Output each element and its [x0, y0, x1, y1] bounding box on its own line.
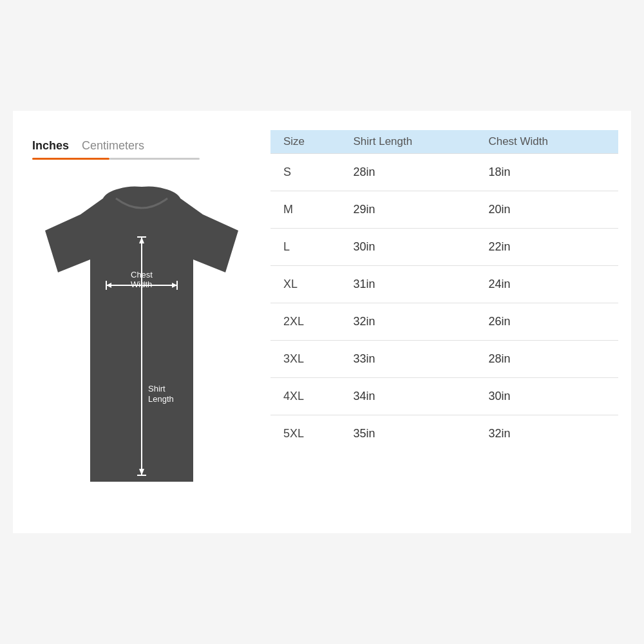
size-guide-container: Inches Centimeters: [13, 111, 631, 533]
cell-chest-width: 26in: [482, 303, 618, 341]
table-row: 4XL34in30in: [270, 378, 618, 415]
unit-tabs: Inches Centimeters: [32, 137, 200, 160]
right-panel: Size Shirt Length Chest Width S28in18inM…: [264, 130, 618, 452]
cell-size: 5XL: [270, 415, 347, 453]
cell-size: 4XL: [270, 378, 347, 415]
tab-inches[interactable]: Inches: [32, 137, 75, 155]
table-row: M29in20in: [270, 191, 618, 229]
cell-shirt-length: 29in: [347, 191, 482, 229]
cell-shirt-length: 31in: [347, 266, 482, 303]
cell-size: 2XL: [270, 303, 347, 341]
cell-chest-width: 28in: [482, 341, 618, 378]
svg-text:Length: Length: [148, 394, 174, 404]
cell-shirt-length: 32in: [347, 303, 482, 341]
cell-shirt-length: 35in: [347, 415, 482, 453]
svg-text:Shirt: Shirt: [148, 384, 166, 393]
col-header-chest-width: Chest Width: [482, 130, 618, 154]
table-row: 3XL33in28in: [270, 341, 618, 378]
table-row: L30in22in: [270, 229, 618, 266]
table-row: S28in18in: [270, 154, 618, 191]
size-table: Size Shirt Length Chest Width S28in18inM…: [270, 130, 618, 452]
cell-size: L: [270, 229, 347, 266]
table-row: XL31in24in: [270, 266, 618, 303]
cell-shirt-length: 33in: [347, 341, 482, 378]
table-body: S28in18inM29in20inL30in22inXL31in24in2XL…: [270, 154, 618, 453]
cell-chest-width: 30in: [482, 378, 618, 415]
cell-shirt-length: 34in: [347, 378, 482, 415]
cell-shirt-length: 28in: [347, 154, 482, 191]
left-panel: Inches Centimeters: [19, 130, 264, 514]
cell-chest-width: 20in: [482, 191, 618, 229]
col-header-size: Size: [270, 130, 347, 154]
tab-centimeters[interactable]: Centimeters: [75, 137, 151, 155]
col-header-shirt-length: Shirt Length: [347, 130, 482, 154]
tab-inactive-underline: [109, 158, 200, 160]
table-row: 2XL32in26in: [270, 303, 618, 341]
tab-active-underline: [32, 158, 109, 160]
cell-size: M: [270, 191, 347, 229]
cell-size: 3XL: [270, 341, 347, 378]
table-header-row: Size Shirt Length Chest Width: [270, 130, 618, 154]
cell-chest-width: 24in: [482, 266, 618, 303]
cell-size: S: [270, 154, 347, 191]
cell-size: XL: [270, 266, 347, 303]
cell-chest-width: 32in: [482, 415, 618, 453]
table-row: 5XL35in32in: [270, 415, 618, 453]
cell-shirt-length: 30in: [347, 229, 482, 266]
cell-chest-width: 18in: [482, 154, 618, 191]
cell-chest-width: 22in: [482, 229, 618, 266]
tshirt-illustration: Chest Width Shirt Length: [32, 179, 251, 514]
tshirt-svg: Chest Width Shirt Length: [42, 179, 242, 501]
